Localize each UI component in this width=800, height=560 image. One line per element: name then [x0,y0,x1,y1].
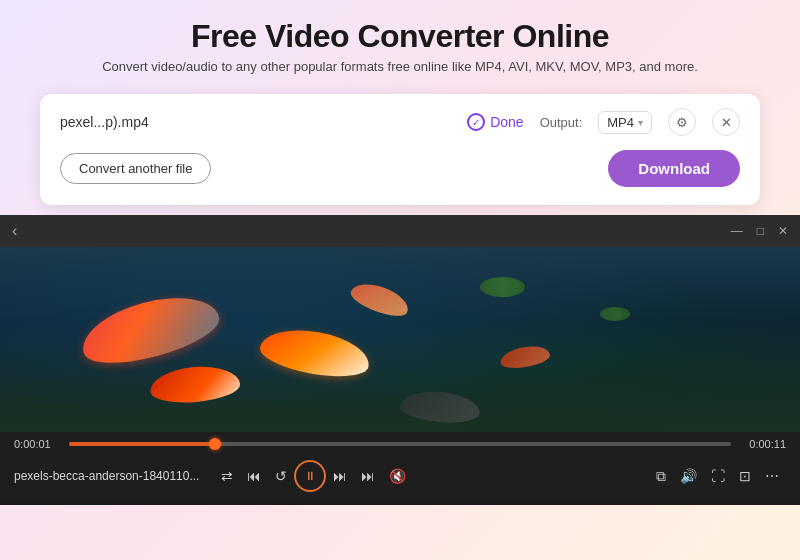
video-frame [0,247,800,432]
card-top-row: pexel...p).mp4 ✓ Done Output: MP4 ▾ ⚙ ✕ [60,108,740,136]
previous-button[interactable]: ⏮ [240,464,268,488]
current-time: 0:00:01 [14,438,59,450]
minimize-button[interactable]: — [731,224,743,238]
file-name: pexel...p).mp4 [60,114,451,130]
format-value: MP4 [607,115,634,130]
close-button[interactable]: ✕ [712,108,740,136]
total-time: 0:00:11 [741,438,786,450]
lily-pad-1 [480,277,525,297]
page-title: Free Video Converter Online [20,18,780,55]
cast-button[interactable]: ⊡ [732,464,758,488]
video-area [0,247,800,432]
header-section: Free Video Converter Online Convert vide… [0,0,800,84]
maximize-button[interactable]: □ [757,224,764,238]
player-window: ‹ — □ ✕ 0:00:01 0:00 [0,215,800,505]
volume-button[interactable]: 🔊 [673,464,704,488]
window-close-button[interactable]: ✕ [778,224,788,238]
player-controls: 0:00:01 0:00:11 pexels-becca-anderson-18… [0,432,800,500]
mute-button[interactable]: 🔇 [382,464,413,488]
controls-row: pexels-becca-anderson-1840110... ⇄ ⏮ ↺ ⏸… [0,456,800,500]
output-label: Output: [540,115,583,130]
player-filename: pexels-becca-anderson-1840110... [14,469,214,483]
settings-button[interactable]: ⚙ [668,108,696,136]
download-button[interactable]: Download [608,150,740,187]
close-icon: ✕ [721,115,732,130]
card-bottom-row: Convert another file Download [60,150,740,187]
done-badge: ✓ Done [467,113,523,131]
pause-button[interactable]: ⏸ [294,460,326,492]
progress-thumb[interactable] [209,438,221,450]
window-controls: — □ ✕ [731,224,788,238]
gear-icon: ⚙ [676,115,688,130]
convert-another-button[interactable]: Convert another file [60,153,211,184]
page-subtitle: Convert video/audio to any other popular… [20,59,780,74]
rewind-button[interactable]: ↺ [268,464,294,488]
done-label: Done [490,114,523,130]
next-frame-button[interactable]: ⏭ [326,464,354,488]
progress-bar[interactable] [69,442,731,446]
pause-icon: ⏸ [304,469,316,483]
fullscreen-button[interactable]: ⛶ [704,464,732,488]
shuffle-button[interactable]: ⇄ [214,464,240,488]
title-bar-left: ‹ [12,222,17,240]
lily-pad-2 [600,307,630,321]
check-icon: ✓ [467,113,485,131]
next-button[interactable]: ⏭ [354,464,382,488]
title-bar: ‹ — □ ✕ [0,215,800,247]
more-button[interactable]: ⋯ [758,464,786,488]
progress-row: 0:00:01 0:00:11 [0,432,800,456]
back-button[interactable]: ‹ [12,222,17,240]
progress-fill [69,442,215,446]
converter-card: pexel...p).mp4 ✓ Done Output: MP4 ▾ ⚙ ✕ … [40,94,760,205]
chevron-down-icon: ▾ [638,117,643,128]
pip-button[interactable]: ⧉ [649,464,673,489]
format-dropdown[interactable]: MP4 ▾ [598,111,652,134]
